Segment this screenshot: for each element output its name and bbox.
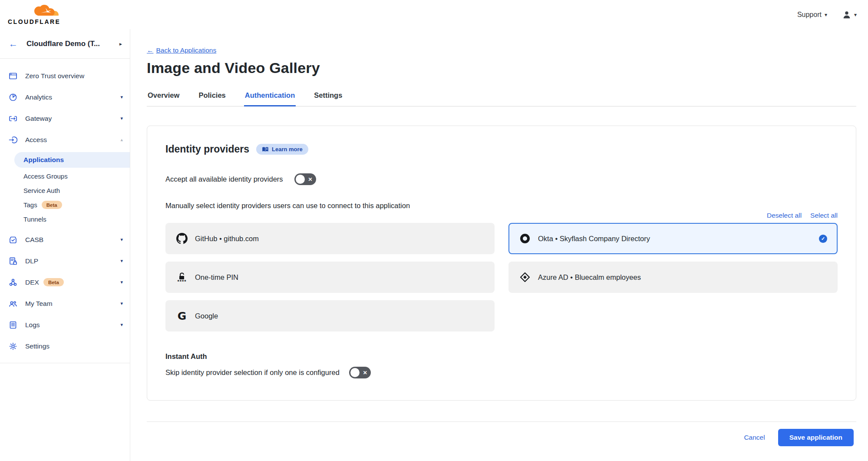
pin-stars: ****	[177, 281, 186, 282]
gateway-icon	[8, 114, 18, 123]
learn-more-label: Learn more	[272, 146, 303, 153]
sidebar-item-label: DEX	[25, 279, 39, 286]
sidebar-divider	[0, 363, 130, 363]
chevron-down-icon[interactable]: ▾	[120, 322, 123, 328]
main-content: ← Back to Applications Image and Video G…	[130, 29, 868, 461]
instant-auth-heading: Instant Auth	[165, 352, 838, 361]
cancel-button[interactable]: Cancel	[744, 434, 765, 441]
people-icon	[8, 299, 18, 308]
provider-tile-one-time-pin[interactable]: **** One-time PIN	[165, 262, 495, 293]
user-account-menu[interactable]: ▾	[842, 10, 857, 20]
sidebar-item-label: Service Auth	[23, 187, 60, 194]
gear-icon	[8, 342, 18, 351]
sidebar-item-label: Access Groups	[23, 172, 68, 180]
provider-tile-azure-ad[interactable]: Azure AD • Bluecalm employees	[508, 262, 838, 293]
sidebar-item-tunnels[interactable]: Tunnels	[0, 212, 130, 226]
sidebar-item-casb[interactable]: CASB ▾	[0, 229, 130, 250]
sidebar-item-service-auth[interactable]: Service Auth	[0, 183, 130, 198]
chevron-down-icon[interactable]: ▾	[120, 116, 123, 121]
back-to-applications-link[interactable]: ← Back to Applications	[147, 46, 216, 54]
sidebar-item-dlp[interactable]: DLP ▾	[0, 250, 130, 272]
top-bar: CLOUDFLARE Support ▾ ▾	[0, 0, 868, 29]
pie-chart-icon	[8, 93, 18, 102]
access-login-icon	[8, 135, 18, 145]
back-link-label: Back to Applications	[156, 46, 217, 54]
provider-name: One-time PIN	[195, 273, 238, 282]
access-sub-menu: Applications Access Groups Service Auth …	[0, 150, 130, 229]
user-icon	[842, 10, 851, 20]
sidebar-item-label: DLP	[25, 257, 38, 265]
toggle-off-x-icon: ✕	[363, 370, 367, 376]
sidebar-item-logs[interactable]: Logs ▾	[0, 314, 130, 335]
tab-settings[interactable]: Settings	[313, 89, 343, 106]
provider-tile-github[interactable]: GitHub • github.com	[165, 223, 495, 254]
accept-all-providers-label: Accept all available identity providers	[165, 175, 283, 183]
learn-more-badge[interactable]: Learn more	[256, 144, 308, 155]
azure-ad-icon	[519, 272, 531, 282]
sidebar-item-gateway[interactable]: Gateway ▾	[0, 108, 130, 129]
chevron-down-icon[interactable]: ▾	[120, 279, 123, 285]
sidebar-item-analytics[interactable]: Analytics ▾	[0, 86, 130, 108]
sidebar-item-label: Tunnels	[23, 216, 46, 223]
action-footer: Cancel Save application	[147, 421, 856, 446]
chevron-down-icon[interactable]: ▾	[120, 301, 123, 306]
sidebar-account-header: ← Cloudflare Demo (T... ▸	[0, 29, 130, 59]
provider-name: Google	[195, 312, 218, 320]
instant-auth-label: Skip identity provider selection if only…	[165, 368, 340, 377]
chevron-down-icon[interactable]: ▾	[120, 258, 123, 264]
tab-overview[interactable]: Overview	[147, 89, 180, 106]
beta-badge: Beta	[43, 278, 64, 286]
tab-policies[interactable]: Policies	[198, 89, 226, 106]
identity-providers-card: Identity providers Learn more Accept all…	[147, 126, 856, 401]
tab-authentication[interactable]: Authentication	[244, 89, 296, 106]
account-name[interactable]: Cloudflare Demo (T...	[26, 40, 119, 48]
log-document-icon	[8, 320, 18, 330]
sidebar-item-label: Access	[25, 136, 47, 144]
sidebar-item-label: Analytics	[25, 93, 52, 101]
sidebar-item-my-team[interactable]: My Team ▾	[0, 293, 130, 314]
sidebar-item-label: Zero Trust overview	[25, 72, 84, 80]
cloudflare-cloud-icon	[33, 5, 64, 18]
back-arrow-icon: ←	[147, 46, 154, 54]
save-application-button[interactable]: Save application	[778, 429, 854, 446]
sidebar-item-label: My Team	[25, 300, 53, 308]
support-label: Support	[797, 11, 822, 19]
book-icon	[262, 146, 269, 153]
cloudflare-logo[interactable]: CLOUDFLARE	[8, 5, 64, 25]
google-icon: G	[176, 310, 188, 322]
provider-tile-google[interactable]: G Google	[165, 300, 495, 332]
manual-select-text: Manually select identity providers users…	[165, 202, 838, 210]
document-lock-icon	[8, 256, 18, 266]
card-heading: Identity providers	[165, 143, 249, 155]
sidebar-item-label: Tags	[23, 201, 37, 209]
sidebar-back-icon[interactable]: ←	[9, 39, 18, 49]
accept-all-providers-toggle[interactable]: ✕	[294, 173, 316, 185]
sidebar-item-dex[interactable]: DEX Beta ▾	[0, 272, 130, 293]
sidebar-item-settings[interactable]: Settings	[0, 335, 130, 357]
toggle-off-x-icon: ✕	[308, 176, 313, 182]
deselect-all-link[interactable]: Deselect all	[767, 212, 802, 219]
beta-badge: Beta	[42, 201, 62, 209]
select-all-link[interactable]: Select all	[810, 212, 838, 219]
tab-bar: Overview Policies Authentication Setting…	[147, 89, 856, 106]
support-menu[interactable]: Support ▾	[797, 11, 827, 19]
chevron-up-icon[interactable]: ▴	[120, 137, 123, 143]
sidebar-item-tags[interactable]: Tags Beta	[0, 198, 130, 212]
toggle-knob	[350, 368, 360, 377]
sidebar-item-access-groups[interactable]: Access Groups	[0, 169, 130, 183]
provider-tile-okta[interactable]: Okta • Skyflash Company Directory ✓	[508, 223, 838, 254]
provider-name: Okta • Skyflash Company Directory	[538, 235, 650, 243]
one-time-pin-icon: ****	[176, 272, 188, 282]
chevron-down-icon[interactable]: ▾	[120, 237, 123, 242]
chevron-down-icon: ▾	[854, 12, 857, 18]
sidebar-item-applications[interactable]: Applications	[14, 152, 130, 168]
instant-auth-toggle[interactable]: ✕	[349, 367, 371, 378]
toggle-knob	[296, 175, 305, 184]
sidebar-nav: Zero Trust overview Analytics ▾ Gateway …	[0, 59, 130, 363]
sidebar-item-access[interactable]: Access ▴	[0, 129, 130, 150]
sidebar-item-zero-trust-overview[interactable]: Zero Trust overview	[0, 65, 130, 86]
sidebar-item-label: CASB	[25, 236, 43, 244]
chevron-down-icon[interactable]: ▾	[120, 94, 123, 100]
sidebar-item-label: Applications	[23, 156, 64, 164]
account-expand-icon[interactable]: ▸	[119, 41, 122, 47]
